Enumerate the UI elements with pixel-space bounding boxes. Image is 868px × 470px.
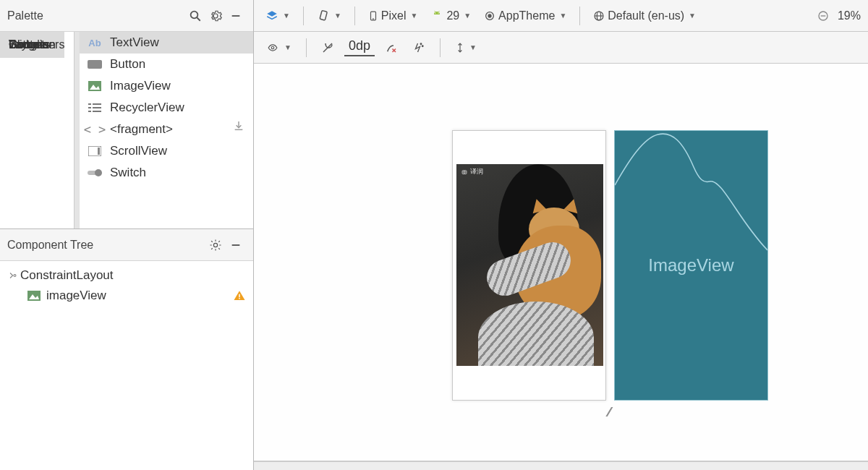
- chevron-down-icon: ▼: [283, 12, 290, 20]
- svg-rect-3: [88, 60, 102, 69]
- gear-icon[interactable]: [205, 6, 226, 26]
- tree-node-label: imageView: [46, 289, 106, 303]
- svg-point-44: [422, 46, 423, 47]
- design-preview[interactable]: 译润: [452, 130, 606, 401]
- theme-label: AppTheme: [498, 9, 555, 22]
- blueprint-outline: [615, 131, 767, 254]
- palette-item-imageview[interactable]: ImageView: [80, 75, 253, 97]
- default-margin-input[interactable]: 0dp: [344, 38, 375, 56]
- search-icon[interactable]: [185, 6, 205, 26]
- imageview-icon: [26, 289, 42, 302]
- palette-title: Palette: [7, 9, 185, 22]
- textview-icon: Ab: [87, 36, 103, 49]
- component-tree-title: Component Tree: [7, 239, 205, 252]
- zoom-value: 19%: [838, 9, 861, 22]
- chevron-down-icon: ▼: [464, 12, 471, 20]
- design-surface-dropdown[interactable]: ▼: [261, 7, 294, 25]
- svg-rect-24: [239, 298, 240, 299]
- design-toolbar: ▼ 0dp ▼: [254, 32, 868, 64]
- svg-rect-13: [98, 148, 100, 155]
- chevron-down-icon: ▼: [559, 12, 566, 20]
- svg-point-18: [213, 243, 217, 247]
- palette-item-scrollview[interactable]: ScrollView: [80, 140, 253, 162]
- svg-point-15: [95, 169, 102, 176]
- svg-rect-23: [239, 294, 240, 298]
- svg-point-43: [420, 43, 422, 45]
- device-dropdown[interactable]: Pixel ▼: [364, 7, 422, 25]
- warning-icon[interactable]: [233, 289, 246, 302]
- api-label: 29: [446, 9, 459, 22]
- guidelines-dropdown[interactable]: ▼: [451, 38, 481, 57]
- chevron-down-icon: ▼: [284, 43, 292, 51]
- svg-point-47: [464, 171, 466, 173]
- palette-items: Ab TextView Button ImageView RecyclerVie…: [80, 32, 253, 228]
- image-watermark: 译润: [461, 167, 483, 176]
- api-dropdown[interactable]: 29 ▼: [426, 7, 475, 25]
- svg-point-33: [488, 14, 491, 17]
- config-bar: ▼ ▼ Pixel ▼ 29 ▼ AppTheme ▼: [254, 0, 868, 32]
- view-options-dropdown[interactable]: ▼: [261, 40, 296, 56]
- component-tree-body: ConstraintLayout imageView: [0, 261, 253, 470]
- zoom-out-button[interactable]: [813, 7, 833, 25]
- svg-line-30: [435, 11, 435, 12]
- svg-line-1: [197, 17, 200, 21]
- switch-icon: [87, 166, 103, 179]
- clear-constraints-button[interactable]: [380, 38, 402, 57]
- imageview-icon: [87, 80, 103, 93]
- device-label: Pixel: [381, 9, 407, 22]
- palette-item-label: ScrollView: [110, 144, 167, 158]
- svg-rect-25: [320, 10, 327, 20]
- component-tree-header: Component Tree: [0, 229, 253, 261]
- scrollview-icon: [87, 145, 103, 158]
- chevron-down-icon: ▼: [689, 12, 696, 20]
- palette-item-label: RecyclerView: [110, 101, 184, 115]
- palette-item-recyclerview[interactable]: RecyclerView: [80, 97, 253, 119]
- palette-item-label: TextView: [110, 35, 159, 50]
- tree-collapse-icon[interactable]: [7, 270, 20, 281]
- palette-item-textview[interactable]: Ab TextView: [80, 32, 253, 54]
- preview-imageview[interactable]: 译润: [456, 164, 603, 366]
- palette-item-label: <fragment>: [110, 122, 173, 137]
- svg-point-39: [271, 46, 274, 49]
- palette-item-fragment[interactable]: < > <fragment>: [80, 119, 253, 140]
- chevron-down-icon: ▼: [411, 12, 418, 20]
- tree-node-imageview[interactable]: imageView: [0, 286, 253, 306]
- palette-item-label: Button: [110, 57, 145, 72]
- orientation-dropdown[interactable]: ▼: [312, 7, 346, 25]
- svg-point-29: [438, 12, 439, 13]
- infer-constraints-button[interactable]: [408, 38, 430, 57]
- svg-point-28: [435, 12, 436, 13]
- design-canvas[interactable]: 译润 ⁄⁄ ImageView: [254, 64, 868, 461]
- svg-line-31: [438, 11, 439, 12]
- svg-point-0: [191, 11, 198, 18]
- palette-header: Palette: [0, 0, 253, 32]
- tree-root-constraintlayout[interactable]: ConstraintLayout: [0, 265, 253, 286]
- chevron-down-icon: ▼: [469, 43, 477, 51]
- palette-item-button[interactable]: Button: [80, 54, 253, 75]
- autoconnect-toggle[interactable]: [317, 38, 339, 57]
- palette-item-label: ImageView: [110, 79, 171, 93]
- palette-category-google[interactable]: Google: [0, 32, 55, 58]
- svg-point-20: [14, 275, 16, 277]
- download-icon[interactable]: [233, 120, 244, 132]
- recyclerview-icon: [87, 101, 103, 114]
- palette-item-switch[interactable]: Switch: [80, 162, 253, 184]
- theme-dropdown[interactable]: AppTheme ▼: [480, 7, 571, 25]
- chevron-down-icon: ▼: [334, 12, 341, 20]
- fragment-icon: < >: [87, 123, 103, 136]
- minimize-icon[interactable]: [226, 235, 246, 255]
- status-bar: [254, 461, 868, 470]
- button-icon: [87, 58, 103, 71]
- blueprint-preview[interactable]: ImageView: [614, 130, 768, 401]
- gear-icon[interactable]: [205, 235, 226, 255]
- blueprint-placeholder-label: ImageView: [615, 255, 767, 275]
- locale-dropdown[interactable]: Default (en-us) ▼: [589, 7, 700, 25]
- minimize-icon[interactable]: [226, 6, 246, 26]
- tree-node-label: ConstraintLayout: [20, 268, 114, 283]
- locale-label: Default (en-us): [608, 9, 684, 22]
- palette-item-label: Switch: [110, 166, 146, 180]
- palette-categories: Common Text Buttons Widgets Layouts Cont…: [0, 32, 80, 228]
